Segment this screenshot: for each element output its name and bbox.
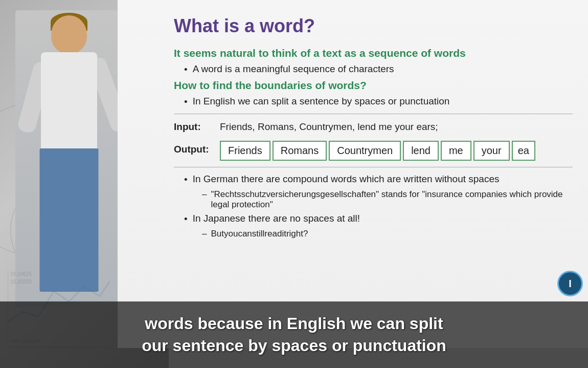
tokens-row: Friends Romans Countrymen lend me your e… [220, 141, 535, 161]
bullet-text-3: In German there are compound words which… [193, 174, 500, 185]
channel-icon-label: I [569, 278, 572, 290]
person-shirt [41, 52, 97, 155]
sub-bullet-text-2: Butyoucanstillreaditright? [211, 229, 308, 239]
output-line: Output: Friends Romans Countrymen lend m… [174, 138, 573, 161]
bullet-item-1: A word is a meaningful sequence of chara… [184, 63, 573, 75]
green-heading-2: How to find the boundaries of words? [174, 79, 573, 92]
slide-title: What is a word? [174, 15, 573, 37]
person-head [51, 15, 87, 54]
video-frame: 1.900000000 0.550000000 16,10625 16,1025… [0, 0, 588, 368]
sub-bullet-text-1: "Rechtsschutzversicherungsgesellschaften… [211, 189, 573, 210]
bullet-item-2: In English we can split a sentence by sp… [184, 96, 573, 107]
bullet-item-3: In German there are compound words which… [184, 174, 573, 185]
output-label: Output: [174, 144, 215, 155]
token-your: your [473, 141, 510, 161]
divider-2 [174, 167, 573, 167]
token-lend: lend [403, 141, 439, 161]
token-countrymen: Countrymen [329, 141, 401, 161]
presenter-figure [15, 10, 123, 307]
svg-text:16,10250: 16,10250 [10, 279, 32, 285]
bullet-text-4: In Japanese there are no spaces at all! [193, 213, 360, 224]
divider [174, 114, 573, 114]
subtitle-line2: our sentence by spaces or punctuation [142, 336, 446, 355]
green-heading-1: It seems natural to think of a text as a… [174, 47, 573, 59]
token-romans: Romans [273, 141, 327, 161]
io-section: Input: Friends, Romans, Countrymen, lend… [174, 121, 573, 161]
channel-icon[interactable]: I [557, 271, 583, 296]
input-text: Friends, Romans, Countrymen, lend me you… [220, 121, 438, 133]
svg-text:16,10625: 16,10625 [10, 271, 32, 277]
subtitle-text: words because in English we can split ou… [142, 313, 446, 357]
sub-bullet-item-1: "Rechtsschutzversicherungsgesellschaften… [202, 189, 573, 210]
token-friends: Friends [220, 141, 270, 161]
token-me: me [441, 141, 471, 161]
bullet-text-1: A word is a meaningful sequence of chara… [193, 63, 394, 75]
bullet-item-4: In Japanese there are no spaces at all! [184, 213, 573, 225]
input-label: Input: [174, 121, 215, 133]
sub-bullet-item-2: Butyoucanstillreaditright? [202, 229, 573, 239]
bullet-text-2: In English we can split a sentence by sp… [193, 96, 450, 107]
input-line: Input: Friends, Romans, Countrymen, lend… [174, 121, 573, 133]
token-ea: ea [512, 141, 535, 161]
subtitle-bar: words because in English we can split ou… [0, 301, 588, 368]
person-jeans [40, 148, 99, 292]
subtitle-line1: words because in English we can split [145, 314, 443, 333]
slide-content: What is a word? It seems natural to thin… [118, 0, 588, 348]
